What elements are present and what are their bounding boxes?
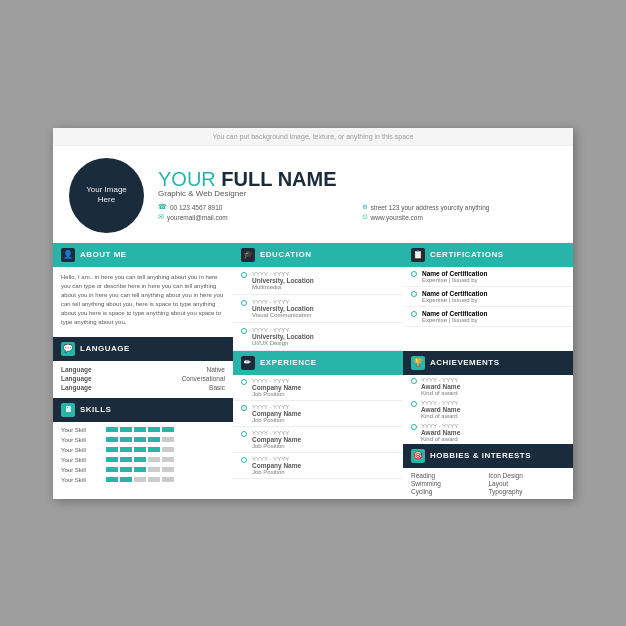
skills-section: 🖥 SKILLS Your Skill Your Skill: [53, 398, 233, 488]
right-right-col: 🏆 ACHIEVEMENTS YYYY - YYYY Award Name Ki…: [403, 351, 573, 499]
edu-field-0: Multimedia: [252, 284, 314, 290]
contact-address: ⊕ street 123 your address yourcity anyth…: [362, 203, 558, 211]
certifications-label: CERTIFICATIONS: [430, 250, 504, 259]
top-banner: You can put background image, texture, o…: [53, 128, 573, 146]
ach-date-0: YYYY - YYYY: [421, 377, 460, 383]
skill-item-2: Your Skill: [53, 445, 233, 455]
cert-name-0: Name of Certification: [422, 270, 487, 277]
about-header: 👤 ABOUT ME: [53, 243, 233, 267]
skill-bar-0: [106, 427, 174, 432]
skill-item-5: Your Skill: [53, 475, 233, 485]
skill-bar-3: [106, 457, 174, 462]
edu-item-1: YYYY - YYYY University, Location Visual …: [233, 295, 403, 323]
exp-dot-1: [241, 405, 247, 411]
hobby-1: Icon Design: [489, 472, 566, 479]
ach-kind-2: Kind of award: [421, 436, 460, 442]
right-lower: ✏ EXPERIENCE YYYY - YYYY Company Name Jo…: [233, 351, 573, 499]
exp-company-0: Company Name: [252, 384, 301, 391]
edu-field-2: UI/UX Design: [252, 340, 314, 346]
hobby-2: Swimming: [411, 480, 488, 487]
exp-position-0: Job Position: [252, 391, 301, 397]
exp-dot-3: [241, 457, 247, 463]
edu-dot-2: [241, 328, 247, 334]
cert-dot-2: [411, 311, 417, 317]
skill-name-5: Your Skill: [61, 477, 101, 483]
website-text: www.yoursite.com: [371, 214, 423, 221]
skill-bar-2: [106, 447, 174, 452]
right-column: 🎓 EDUCATION YYYY - YYYY University, Loca…: [233, 243, 573, 499]
left-column: 👤 ABOUT ME Hello, I am.. in here you can…: [53, 243, 233, 499]
cert-name-2: Name of Certification: [422, 310, 487, 317]
hobbies-section: 🎯 HOBBIES & INTERESTS Reading Icon Desig…: [403, 444, 573, 499]
ach-item-0: YYYY - YYYY Award Name Kind of award: [403, 375, 573, 398]
name-your: YOUR: [158, 168, 221, 190]
exp-position-2: Job Position: [252, 443, 301, 449]
contact-email: ✉ youremail@mail.com: [158, 213, 354, 221]
edu-uni-2: University, Location: [252, 333, 314, 340]
language-header: 💬 LANGUAGE: [53, 337, 233, 361]
exp-company-3: Company Name: [252, 462, 301, 469]
ach-date-2: YYYY - YYYY: [421, 423, 460, 429]
address-text: street 123 your address yourcity anythin…: [371, 204, 490, 211]
web-icon: ⊙: [362, 213, 368, 221]
ach-dot-2: [411, 424, 417, 430]
hobby-4: Cycling: [411, 488, 488, 495]
contact-grid: ☎ 00 123 4567 8910 ⊕ street 123 your add…: [158, 203, 557, 221]
language-item-1: Language Conversational: [61, 375, 225, 382]
ach-name-1: Award Name: [421, 406, 460, 413]
hobby-0: Reading: [411, 472, 488, 479]
email-text: youremail@mail.com: [167, 214, 228, 221]
experience-header: ✏ EXPERIENCE: [233, 351, 403, 375]
edu-dot-0: [241, 272, 247, 278]
skills-header: 🖥 SKILLS: [53, 398, 233, 422]
ach-item-1: YYYY - YYYY Award Name Kind of award: [403, 398, 573, 421]
contact-website: ⊙ www.yoursite.com: [362, 213, 558, 221]
cert-dot-0: [411, 271, 417, 277]
exp-company-2: Company Name: [252, 436, 301, 443]
hobbies-icon: 🎯: [411, 449, 425, 463]
certifications-section: 📋 CERTIFICATIONS Name of Certification E…: [403, 243, 573, 351]
cert-item-1: Name of Certification Expertise | Issued…: [403, 287, 573, 307]
lang-level-0: Native: [207, 366, 225, 373]
skill-item-4: Your Skill: [53, 465, 233, 475]
achievements-header: 🏆 ACHIEVEMENTS: [403, 351, 573, 375]
ach-date-1: YYYY - YYYY: [421, 400, 460, 406]
education-header: 🎓 EDUCATION: [233, 243, 403, 267]
photo-placeholder: Your Image Here: [69, 158, 144, 233]
about-label: ABOUT ME: [80, 250, 127, 259]
hobbies-content: Reading Icon Design Swimming Layout Cycl…: [403, 468, 573, 499]
hobbies-header: 🎯 HOBBIES & INTERESTS: [403, 444, 573, 468]
language-icon: 💬: [61, 342, 75, 356]
email-icon: ✉: [158, 213, 164, 221]
lang-level-2: Basic: [209, 384, 225, 391]
lang-name-2: Language: [61, 384, 92, 391]
ach-name-0: Award Name: [421, 383, 460, 390]
name-full: FULL NAME: [221, 168, 336, 190]
cert-item-0: Name of Certification Expertise | Issued…: [403, 267, 573, 287]
about-text: Hello, I am.. in here you can tell anyth…: [53, 267, 233, 333]
edu-uni-1: University, Location: [252, 305, 314, 312]
hobbies-label: HOBBIES & INTERESTS: [430, 451, 531, 460]
experience-label: EXPERIENCE: [260, 358, 317, 367]
skill-bar-5: [106, 477, 174, 482]
contact-phone: ☎ 00 123 4567 8910: [158, 203, 354, 211]
certifications-icon: 📋: [411, 248, 425, 262]
cert-info-2: Expertise | Issued by: [422, 317, 487, 323]
main-content: 👤 ABOUT ME Hello, I am.. in here you can…: [53, 243, 573, 499]
about-section: 👤 ABOUT ME Hello, I am.. in here you can…: [53, 243, 233, 333]
exp-dot-2: [241, 431, 247, 437]
ach-kind-0: Kind of award: [421, 390, 460, 396]
lang-level-1: Conversational: [182, 375, 225, 382]
hobby-5: Typography: [489, 488, 566, 495]
right-upper: 🎓 EDUCATION YYYY - YYYY University, Loca…: [233, 243, 573, 351]
exp-item-2: YYYY - YYYY Company Name Job Position: [233, 427, 403, 453]
exp-item-3: YYYY - YYYY Company Name Job Position: [233, 453, 403, 479]
achievements-label: ACHIEVEMENTS: [430, 358, 500, 367]
cert-item-2: Name of Certification Expertise | Issued…: [403, 307, 573, 327]
edu-uni-0: University, Location: [252, 277, 314, 284]
skill-item-0: Your Skill: [53, 425, 233, 435]
skill-name-1: Your Skill: [61, 437, 101, 443]
exp-position-1: Job Position: [252, 417, 301, 423]
full-name: YOUR FULL NAME: [158, 169, 557, 189]
exp-item-0: YYYY - YYYY Company Name Job Position: [233, 375, 403, 401]
